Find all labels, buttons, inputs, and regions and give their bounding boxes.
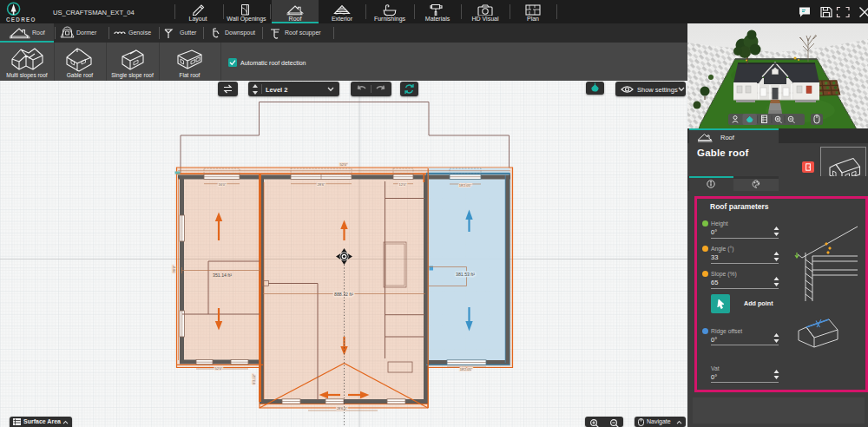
svg-text:18'2.05": 18'2.05": [460, 367, 473, 371]
svg-text:52'0": 52'0": [215, 366, 223, 371]
svg-text:9'3.12": 9'3.12": [252, 373, 256, 384]
svg-text:30'2": 30'2": [172, 265, 176, 273]
svg-text:28'6": 28'6": [318, 182, 326, 187]
svg-text:12'0": 12'0": [399, 182, 407, 187]
svg-text:381.53 ft²: 381.53 ft²: [456, 272, 475, 277]
svg-text:16'0": 16'0": [219, 182, 227, 187]
svg-text:CEDREO: CEDREO: [6, 16, 36, 23]
svg-text:52'0": 52'0": [340, 162, 348, 167]
svg-text:351.14 ft²: 351.14 ft²: [213, 273, 232, 278]
svg-text:18'2.05": 18'2.05": [459, 183, 472, 187]
svg-text:28'6.5": 28'6.5": [337, 406, 348, 411]
